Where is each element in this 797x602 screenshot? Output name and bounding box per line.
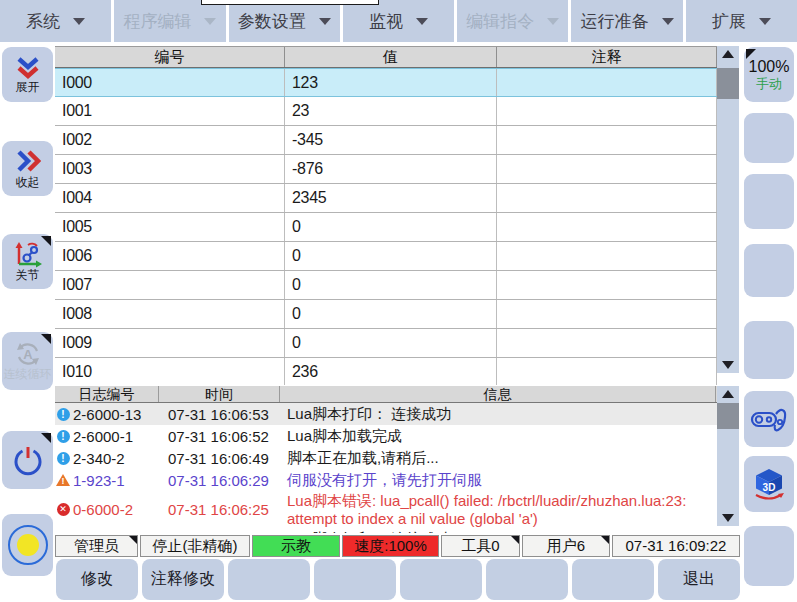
cell-comment [497, 97, 717, 125]
cell-number: I003 [55, 155, 285, 183]
table-row[interactable]: I006 0 [55, 242, 717, 271]
scroll-up-button[interactable] [717, 46, 739, 62]
cell-value: 236 [285, 358, 497, 385]
status-tool[interactable]: 工具0 [441, 535, 520, 557]
table-row[interactable]: I004 2345 [55, 184, 717, 213]
servo-power-button[interactable] [2, 431, 53, 489]
cell-value: 2345 [285, 184, 497, 212]
cell-number: I007 [55, 271, 285, 299]
expand-button[interactable]: 展开 [2, 47, 53, 102]
scrollbar-thumb[interactable] [717, 403, 739, 429]
comment-modify-button[interactable]: 注释修改 [142, 559, 224, 600]
log-time: 07-31 16:06:29 [158, 472, 279, 489]
menu-extend[interactable]: 扩展 [686, 0, 797, 42]
teach-pendant-screen: 系统 程序编辑 参数设置 监视 编辑指令 运行准备 扩展 [0, 0, 797, 602]
right-toolbar-empty-3[interactable] [744, 244, 794, 297]
table-row[interactable]: I008 0 [55, 300, 717, 329]
collapse-label: 收起 [16, 176, 40, 189]
cell-number: I005 [55, 213, 285, 241]
cell-value: 0 [285, 300, 497, 328]
menu-monitor[interactable]: 监视 [343, 0, 454, 42]
menu-edit-command[interactable]: 编辑指令 [457, 0, 568, 42]
cell-number: I001 [55, 97, 285, 125]
log-row[interactable]: ! 2-6000-13 07-31 16:06:53 Lua脚本打印： 连接成功 [55, 403, 717, 425]
cell-value: 0 [285, 271, 497, 299]
fkey-empty-7[interactable] [572, 559, 654, 600]
modify-button[interactable]: 修改 [56, 559, 138, 600]
gamepad-button[interactable] [744, 391, 794, 447]
collapse-button[interactable]: 收起 [2, 141, 53, 196]
cell-number: I000 [55, 69, 285, 96]
table-row[interactable]: I005 0 [55, 213, 717, 242]
fkey-empty-6[interactable] [486, 559, 568, 600]
right-toolbar-empty-4[interactable] [744, 321, 794, 379]
joint-coordinate-button[interactable]: 关节 [2, 234, 53, 289]
log-time: 07-31 16:06:11 [158, 531, 279, 534]
table-row[interactable]: I002 -345 [55, 126, 717, 155]
right-toolbar-empty-5[interactable] [744, 526, 794, 586]
scroll-down-button[interactable] [717, 357, 739, 373]
log-message: Lua脚本打印： 连接成功 [279, 530, 717, 533]
cell-value: 0 [285, 213, 497, 241]
fkey-empty-4[interactable] [314, 559, 396, 600]
menu-system[interactable]: 系统 [0, 0, 111, 42]
table-row[interactable]: I000 123 [55, 68, 717, 97]
log-row[interactable]: ! 1-923-1 07-31 16:06:29 伺服没有打开，请先打开伺服 [55, 469, 717, 491]
fkey-empty-3[interactable] [228, 559, 310, 600]
double-chevron-right-icon [15, 149, 41, 175]
power-icon [12, 444, 44, 476]
menu-program-edit[interactable]: 程序编辑 [114, 0, 225, 42]
menu-edit-command-label: 编辑指令 [466, 10, 534, 33]
table-row[interactable]: I001 23 [55, 97, 717, 126]
view-3d-button[interactable]: 3D [744, 456, 794, 512]
right-toolbar-empty-2[interactable] [744, 174, 794, 229]
scroll-down-button[interactable] [717, 510, 739, 526]
status-clock: 07-31 16:09:22 [612, 535, 740, 557]
cell-comment [497, 69, 717, 96]
status-run-state: 停止(非精确) [140, 535, 250, 557]
table-row[interactable]: I003 -876 [55, 155, 717, 184]
table-row[interactable]: I010 236 [55, 358, 717, 385]
variable-table: 编号 值 注释 I000 123 I001 23 I002 -345 I003 … [55, 46, 717, 385]
col-header-log-id: 日志编号 [55, 386, 159, 402]
status-speed[interactable]: 速度:100% [342, 535, 439, 557]
menu-monitor-label: 监视 [369, 10, 403, 33]
variable-table-scrollbar[interactable] [717, 46, 739, 373]
menu-run-prepare[interactable]: 运行准备 [571, 0, 682, 42]
cell-comment [497, 242, 717, 270]
cell-comment [497, 358, 717, 385]
variable-table-header: 编号 值 注释 [55, 47, 717, 68]
menu-parameter-settings[interactable]: 参数设置 [229, 0, 340, 42]
cell-value: 23 [285, 97, 497, 125]
chevron-down-icon [662, 18, 674, 25]
log-row[interactable]: ! 2-6000-13 07-31 16:06:11 Lua脚本打印： 连接成功 [55, 528, 717, 533]
cell-number: I004 [55, 184, 285, 212]
cell-comment [497, 329, 717, 357]
log-row[interactable]: ! 2-6000-1 07-31 16:06:52 Lua脚本加载完成 [55, 425, 717, 447]
status-user-role[interactable]: 管理员 [55, 535, 138, 557]
chevron-down-icon [759, 18, 771, 25]
cell-comment [497, 126, 717, 154]
chevron-down-icon [416, 18, 428, 25]
log-row[interactable]: ! 2-340-2 07-31 16:06:49 脚本正在加载,请稍后... [55, 447, 717, 469]
scrollbar-thumb[interactable] [717, 68, 739, 99]
cell-value: -876 [285, 155, 497, 183]
continuous-cycle-button[interactable]: A 连续循环 [2, 332, 53, 390]
speed-mode-button[interactable]: 100% 手动 [744, 47, 794, 102]
log-time: 07-31 16:06:49 [158, 450, 279, 467]
fkey-empty-5[interactable] [400, 559, 482, 600]
manual-mode-label: 手动 [756, 76, 782, 92]
log-message: Lua脚本打印： 连接成功 [279, 405, 717, 423]
right-toolbar-empty-1[interactable] [744, 113, 794, 163]
info-icon: ! [57, 408, 70, 421]
log-row[interactable]: ✕ 0-6000-2 07-31 16:06:25 Lua脚本错误: lua_p… [55, 491, 717, 528]
deadman-indicator-button[interactable] [2, 514, 53, 576]
table-row[interactable]: I009 0 [55, 329, 717, 358]
log-scrollbar[interactable] [717, 386, 739, 526]
scroll-up-button[interactable] [717, 386, 739, 402]
status-user-frame[interactable]: 用户6 [522, 535, 610, 557]
exit-button[interactable]: 退出 [658, 559, 740, 600]
log-table-header: 日志编号 时间 信息 [55, 386, 717, 403]
svg-text:A: A [23, 347, 33, 362]
table-row[interactable]: I007 0 [55, 271, 717, 300]
